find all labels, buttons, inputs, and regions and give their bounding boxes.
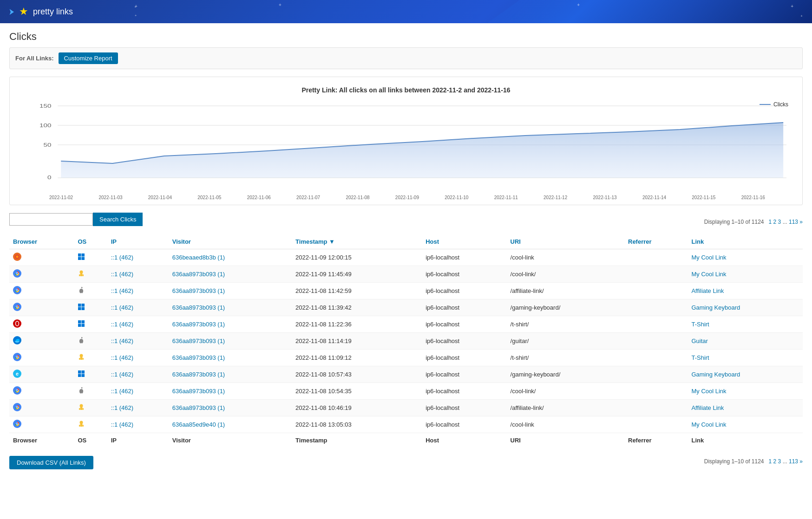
col-browser[interactable]: Browser (9, 234, 74, 249)
cell-timestamp: 2022-11-09 11:45:49 (292, 266, 422, 283)
download-csv-button[interactable]: Download CSV (All Links) (9, 456, 93, 469)
table-row: ::1 (462) 636aa8973b093 (1) 2022-11-08 1… (9, 400, 803, 416)
pagination-display-text: Displaying 1–10 of 1124 (704, 219, 764, 225)
svg-rect-69 (83, 425, 84, 427)
logo: ➤ ★ pretty links (7, 6, 73, 18)
pagination-page-3[interactable]: 3 (778, 219, 781, 225)
cell-uri: /t-shirt/ (507, 350, 624, 366)
svg-point-59 (80, 404, 83, 408)
bottom-pagination-page-3[interactable]: 3 (778, 458, 781, 465)
col-host[interactable]: Host (422, 234, 506, 249)
cell-referrer (624, 366, 688, 383)
bottom-pagination-page-2[interactable]: 2 (773, 458, 777, 465)
cell-ip: ::1 (462) (107, 416, 169, 433)
table-footer-row: Browser OS IP Visitor Timestamp Host URI… (9, 433, 803, 448)
bottom-pagination-page-1[interactable]: 1 (769, 458, 772, 465)
bottom-pagination-page-113[interactable]: 113 » (789, 458, 803, 465)
cell-link[interactable]: Gaming Keyboard (688, 299, 803, 316)
cell-visitor[interactable]: 636aa8973b093 (1) (169, 383, 292, 400)
svg-rect-61 (79, 408, 80, 410)
cell-visitor[interactable]: 636aa8973b093 (1) (169, 299, 292, 316)
table-row: ::1 (462) 636beaaed8b3b (1) 2022-11-09 1… (9, 249, 803, 266)
for-all-links-label: For All Links: (15, 55, 54, 62)
cell-host: ip6-localhost (422, 316, 506, 333)
cell-host: ip6-localhost (422, 400, 506, 416)
cell-link[interactable]: My Cool Link (688, 249, 803, 266)
pagination-top: Displaying 1–10 of 1124 1 2 3 ... 113 » (704, 219, 803, 225)
col-visitor[interactable]: Visitor (169, 234, 292, 249)
cell-uri: /t-shirt/ (507, 316, 624, 333)
svg-rect-36 (82, 320, 85, 324)
cell-visitor[interactable]: 636aa8973b093 (1) (169, 316, 292, 333)
svg-rect-32 (82, 307, 85, 311)
cell-link[interactable]: Affiliate Link (688, 400, 803, 416)
cell-host: ip6-localhost (422, 283, 506, 299)
cell-referrer (624, 283, 688, 299)
cell-link[interactable]: Guitar (688, 333, 803, 350)
cell-link[interactable]: My Cool Link (688, 383, 803, 400)
svg-point-43 (80, 354, 83, 357)
pagination-bottom: Displaying 1–10 of 1124 1 2 3 ... 113 » (704, 458, 803, 465)
svg-point-25 (16, 289, 18, 291)
svg-rect-35 (78, 320, 81, 324)
cell-os (74, 400, 107, 416)
cell-referrer (624, 266, 688, 283)
svg-point-58 (16, 406, 18, 408)
svg-rect-68 (79, 425, 80, 427)
cell-link[interactable]: My Cool Link (688, 416, 803, 433)
pagination-page-2[interactable]: 2 (773, 219, 777, 225)
col-timestamp[interactable]: Timestamp ▼ (292, 234, 422, 249)
pagination-page-1[interactable]: 1 (769, 219, 772, 225)
cell-host: ip6-localhost (422, 249, 506, 266)
cell-ip: ::1 (462) (107, 249, 169, 266)
cell-link[interactable]: T-Shirt (688, 316, 803, 333)
table-row: ::1 (462) 636aa8973b093 (1) 2022-11-08 1… (9, 283, 803, 299)
chart-container: Pretty Link: All clicks on all links bet… (9, 77, 803, 205)
cell-ip: ::1 (462) (107, 283, 169, 299)
cell-link[interactable]: My Cool Link (688, 266, 803, 283)
cell-uri: /gaming-keyboard/ (507, 299, 624, 316)
cell-referrer (624, 316, 688, 333)
cell-visitor[interactable]: 636aa8973b093 (1) (169, 400, 292, 416)
cell-host: ip6-localhost (422, 350, 506, 366)
col-link[interactable]: Link (688, 234, 803, 249)
cell-visitor[interactable]: 636aa8973b093 (1) (169, 266, 292, 283)
pagination-page-113[interactable]: 113 » (789, 219, 803, 225)
cell-visitor[interactable]: 636beaaed8b3b (1) (169, 249, 292, 266)
cell-host: ip6-localhost (422, 333, 506, 350)
cell-visitor[interactable]: 636aa85ed9e40 (1) (169, 416, 292, 433)
col-uri[interactable]: URI (507, 234, 624, 249)
cell-link[interactable]: Affiliate Link (688, 283, 803, 299)
table-header-row: Browser OS IP Visitor Timestamp ▼ Host U… (9, 234, 803, 249)
table-row: e ::1 (462) 636aa8973b093 (1) 2022-11-08… (9, 366, 803, 383)
cell-visitor[interactable]: 636aa8973b093 (1) (169, 283, 292, 299)
cell-ip: ::1 (462) (107, 400, 169, 416)
table-row: ::1 (462) 636aa8973b093 (1) 2022-11-08 1… (9, 383, 803, 400)
cell-ip: ::1 (462) (107, 266, 169, 283)
header-decoration: + + • + + + + (0, 0, 812, 23)
svg-point-18 (16, 272, 18, 274)
svg-rect-46 (83, 358, 84, 360)
cell-visitor[interactable]: 636aa8973b093 (1) (169, 366, 292, 383)
cell-visitor[interactable]: 636aa8973b093 (1) (169, 333, 292, 350)
col-ip[interactable]: IP (107, 234, 169, 249)
legend-line-icon (760, 104, 771, 105)
search-input[interactable] (9, 213, 93, 226)
cell-os (74, 383, 107, 400)
cell-os (74, 249, 107, 266)
col-os[interactable]: OS (74, 234, 107, 249)
svg-rect-37 (78, 324, 81, 327)
svg-point-55 (16, 389, 18, 391)
col-referrer[interactable]: Referrer (624, 234, 688, 249)
search-clicks-button[interactable]: Search Clicks (93, 213, 143, 226)
chart-legend: Clicks (760, 101, 788, 108)
svg-text:e: e (16, 371, 19, 376)
cell-timestamp: 2022-11-08 10:54:35 (292, 383, 422, 400)
cell-visitor[interactable]: 636aa8973b093 (1) (169, 350, 292, 366)
cell-link[interactable]: Gaming Keyboard (688, 366, 803, 383)
svg-point-33 (13, 319, 21, 328)
cell-ip: ::1 (462) (107, 333, 169, 350)
cell-timestamp: 2022-11-08 11:39:42 (292, 299, 422, 316)
customize-report-button[interactable]: Customize Report (59, 52, 118, 64)
cell-link[interactable]: T-Shirt (688, 350, 803, 366)
